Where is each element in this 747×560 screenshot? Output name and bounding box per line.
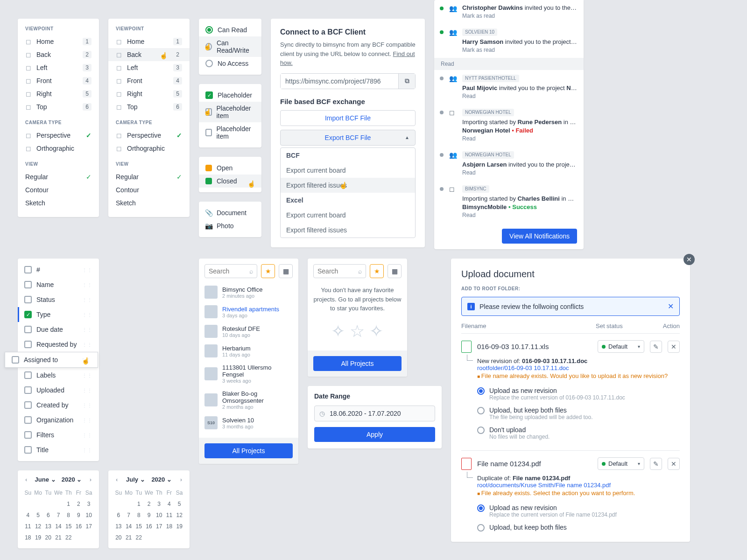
cal-day[interactable]: 8 [64,510,73,520]
status-select[interactable]: Default▾ [598,457,644,470]
project-item[interactable]: Blaker Bo-og Omsorgssenter2 months ago [204,388,293,414]
placeholder-3[interactable]: Placeholder item [199,122,261,143]
remove-button[interactable]: ✕ [668,458,680,470]
calendar-filter-button[interactable]: ▦ [279,264,293,278]
vp-item-left[interactable]: ◻Left3 [108,61,190,74]
bcf-url-input[interactable] [281,74,398,89]
vp-item-front[interactable]: ◻Front4 [18,74,99,87]
view-regular[interactable]: Regular✓ [18,170,99,183]
cal-day[interactable]: 1 [134,499,143,509]
status-select[interactable]: Default▾ [598,340,644,353]
cal-day[interactable]: 5 [175,499,184,509]
cal-day[interactable]: 19 [175,521,184,532]
cal-day[interactable]: 4 [23,510,33,520]
file-path-link[interactable]: root/documents/Kruse Smith/File name 012… [477,482,680,489]
cal-prev[interactable]: ‹ [23,476,29,483]
column-organization[interactable]: Organization⋮⋮ [18,413,99,427]
project-item[interactable]: Roteskuf DFE10 days ago [204,323,293,343]
project-item[interactable]: S10Solveien 103 months ago [204,414,293,434]
cal-day[interactable]: 6 [114,510,123,520]
remove-button[interactable]: ✕ [668,341,680,353]
cal-day[interactable]: 2 [144,499,154,509]
cal-day[interactable]: 13 [43,521,53,532]
column-#[interactable]: #⋮⋮ [18,262,99,277]
attach-document[interactable]: 📎Document [199,206,261,219]
cal-next[interactable]: › [88,476,93,483]
export-bcf-button[interactable]: Export BCF File▲ [280,130,416,146]
file-path-link[interactable]: rootfolder/016-09-03 10.17.11.doc [477,364,680,371]
cal-day[interactable]: 3 [155,499,164,509]
column-requested-by[interactable]: Requested by⋮⋮ [18,337,99,352]
view-regular[interactable]: Regular✓ [108,170,190,183]
projects-search-input[interactable] [209,267,247,275]
cal-day[interactable]: 6 [43,510,53,520]
project-item[interactable]: Rivendell apartments3 days ago [204,303,293,323]
cal-next[interactable]: › [178,476,184,483]
vp-item-front[interactable]: ◻Front4 [108,74,190,87]
vp-item-top[interactable]: ◻Top6 [18,100,99,113]
cal-day[interactable]: 10 [155,510,164,520]
copy-url-button[interactable]: ⧉ [398,74,415,89]
project-item[interactable]: 1113801 Ullersmo Fengsel3 weeks ago [204,362,293,388]
cal-day[interactable]: 9 [74,510,84,520]
edit-button[interactable]: ✎ [650,341,662,353]
close-button[interactable]: ✕ [684,254,695,265]
all-projects-button[interactable]: All Projects [204,443,293,458]
vp-item-right[interactable]: ◻Right5 [108,87,190,100]
notification-item[interactable]: ◻BIMSYNCImporting started by Charles Bel… [434,181,584,223]
cal-day[interactable]: 12 [175,510,184,520]
star-filter-button[interactable]: ★ [370,264,384,278]
cal-day[interactable]: 15 [64,521,73,532]
cal-day[interactable]: 2 [74,499,84,509]
column-created-by[interactable]: Created by⋮⋮ [18,398,99,413]
cal-day[interactable]: 1 [64,499,73,509]
cal-day[interactable]: 13 [114,521,123,532]
dd-excel-filtered-issues[interactable]: Export filtered issues [281,223,415,238]
perm-none[interactable]: No Access [199,57,261,70]
column-uploaded[interactable]: Uploaded⋮⋮ [18,383,99,398]
cal-day[interactable]: 17 [155,521,164,532]
dd-export-filtered-issues[interactable]: Export filtered issues [281,178,415,193]
cal-day[interactable]: 18 [23,532,33,543]
camera-perspective[interactable]: ◻Perspective✓ [108,129,190,142]
cal-day[interactable]: 16 [74,521,84,532]
vp-item-home[interactable]: ◻Home1 [108,35,190,48]
status-open[interactable]: Open [199,161,261,175]
vp-item-back[interactable]: ◻Back2 [18,48,99,61]
date-range-input[interactable]: ◷18.06.2020 - 17.07.2020 [314,406,435,421]
column-due-date[interactable]: Due date⋮⋮ [18,322,99,337]
upload-option[interactable]: Upload as new revisionReplace the curren… [477,502,680,522]
placeholder-2[interactable]: Placeholder item [199,102,261,122]
cal-day[interactable]: 21 [124,532,134,543]
star-filter-button[interactable]: ★ [261,264,275,278]
column-type[interactable]: ✓Type⋮⋮ [18,307,99,322]
column-assigned-to[interactable]: Assigned to⋮⋮ [5,352,98,368]
cal-day[interactable]: 14 [54,521,63,532]
column-filters[interactable]: Filters⋮⋮ [18,427,99,442]
fav-search-input[interactable] [317,267,355,275]
project-item[interactable]: Bimsync Office2 minutes ago [204,284,293,303]
attach-photo[interactable]: 📷Photo [199,219,261,232]
apply-button[interactable]: Apply [314,427,435,442]
camera-orthographic[interactable]: ◻Orthographic [18,142,99,155]
cal-day[interactable]: 10 [84,510,93,520]
cal-day[interactable]: 11 [165,510,174,520]
cal-day[interactable]: 15 [134,521,143,532]
cal-day[interactable]: 20 [114,532,123,543]
upload-option[interactable]: Don't uploadNo files will be changed. [477,424,680,444]
cal-day[interactable]: 14 [124,521,134,532]
cal-day[interactable]: 9 [144,510,154,520]
camera-perspective[interactable]: ◻Perspective✓ [18,129,99,142]
edit-button[interactable]: ✎ [650,458,662,470]
cal-day[interactable]: 5 [34,510,43,520]
cal-day[interactable]: 3 [84,499,93,509]
vp-item-top[interactable]: ◻Top6 [108,100,190,113]
cal-day[interactable]: 12 [34,521,43,532]
calendar-filter-button[interactable]: ▦ [388,264,402,278]
notification-item[interactable]: 👥Christopher Dawkins invited you to the … [434,0,584,24]
cal-day[interactable]: 18 [165,521,174,532]
cal-day[interactable]: 7 [54,510,63,520]
upload-option[interactable]: Upload, but keep both files [477,522,680,535]
cal-day[interactable]: 8 [134,510,143,520]
column-title[interactable]: Title⋮⋮ [18,442,99,457]
